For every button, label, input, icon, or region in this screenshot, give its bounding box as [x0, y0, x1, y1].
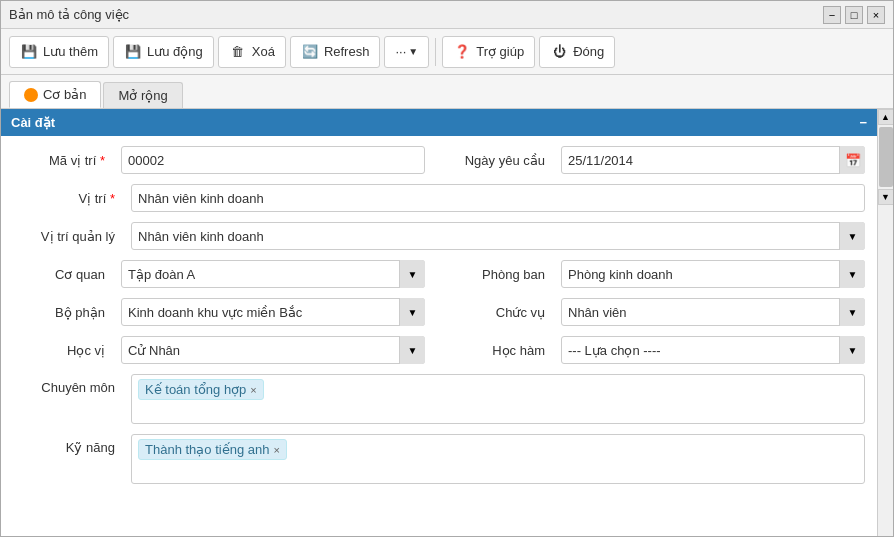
ky-nang-label: Kỹ năng [13, 434, 123, 455]
power-icon: ⏻ [550, 43, 568, 61]
half-hoc-ham: Học hàm --- Lựa chọn ---- ▼ [453, 336, 865, 364]
form-body: Mã vị trí * Ngày yêu cầu 📅 [1, 136, 877, 504]
refresh-icon: 🔄 [301, 43, 319, 61]
refresh-button[interactable]: 🔄 Refresh [290, 36, 381, 68]
chuc-vu-wrapper: Nhân viên ▼ [561, 298, 865, 326]
required-marker2: * [110, 191, 115, 206]
vi-tri-label: Vị trí * [13, 191, 123, 206]
scrollbar: ▲ ▼ [877, 109, 893, 536]
more-dropdown-arrow: ▼ [408, 46, 418, 57]
chuyen-mon-label: Chuyên môn [13, 374, 123, 395]
tag-tieng-anh: Thành thạo tiếng anh × [138, 439, 287, 460]
hoc-ham-wrapper: --- Lựa chọn ---- ▼ [561, 336, 865, 364]
tag-ke-toan-label: Kế toán tổng hợp [145, 382, 246, 397]
half-ma-vi-tri: Mã vị trí * [13, 146, 425, 174]
tag-tieng-anh-label: Thành thạo tiếng anh [145, 442, 269, 457]
help-icon: ❓ [453, 43, 471, 61]
delete-icon: 🗑 [229, 43, 247, 61]
row-hoc-vi: Học vị Cử Nhân ▼ Học hàm [13, 336, 865, 364]
row-vi-tri-quan-ly: Vị trí quản lý Nhân viên kinh doanh ▼ [13, 222, 865, 250]
ma-vi-tri-input[interactable] [121, 146, 425, 174]
half-bo-phan: Bộ phận Kinh doanh khu vực miền Bắc ▼ [13, 298, 425, 326]
row-bo-phan: Bộ phận Kinh doanh khu vực miền Bắc ▼ Ch… [13, 298, 865, 326]
chuc-vu-select[interactable]: Nhân viên [561, 298, 865, 326]
toolbar: 💾 Lưu thêm 💾 Lưu động 🗑 Xoá 🔄 Refresh ··… [1, 29, 893, 75]
bo-phan-wrapper: Kinh doanh khu vực miền Bắc ▼ [121, 298, 425, 326]
hoc-ham-select[interactable]: --- Lựa chọn ---- [561, 336, 865, 364]
help-button[interactable]: ❓ Trợ giúp [442, 36, 535, 68]
tabs: Cơ bản Mở rộng [1, 75, 893, 109]
co-quan-label: Cơ quan [13, 267, 113, 282]
save-add-button[interactable]: 💾 Lưu thêm [9, 36, 109, 68]
window-controls: − □ × [823, 6, 885, 24]
hoc-vi-wrapper: Cử Nhân ▼ [121, 336, 425, 364]
phong-ban-select[interactable]: Phòng kinh doanh [561, 260, 865, 288]
phong-ban-label: Phòng ban [453, 267, 553, 282]
content-area: Cài đặt − Mã vị trí * N [1, 109, 893, 536]
half-ngay-yeu-cau: Ngày yêu cầu 📅 [453, 146, 865, 174]
half-co-quan: Cơ quan Tập đoàn A ▼ [13, 260, 425, 288]
scroll-up-button[interactable]: ▲ [878, 109, 894, 125]
close-button[interactable]: × [867, 6, 885, 24]
save-add-icon: 💾 [20, 43, 38, 61]
more-button[interactable]: ··· ▼ [384, 36, 429, 68]
hoc-ham-label: Học hàm [453, 343, 553, 358]
half-hoc-vi: Học vị Cử Nhân ▼ [13, 336, 425, 364]
tag-tieng-anh-close[interactable]: × [273, 444, 279, 456]
ngay-yeu-cau-wrapper: 📅 [561, 146, 865, 174]
half-chuc-vu: Chức vụ Nhân viên ▼ [453, 298, 865, 326]
ngay-yeu-cau-label: Ngày yêu cầu [453, 153, 553, 168]
ky-nang-tag-area[interactable]: Thành thạo tiếng anh × [131, 434, 865, 484]
tag-ke-toan-close[interactable]: × [250, 384, 256, 396]
vi-tri-quan-ly-select[interactable]: Nhân viên kinh doanh [131, 222, 865, 250]
minimize-button[interactable]: − [823, 6, 841, 24]
co-quan-select[interactable]: Tập đoàn A [121, 260, 425, 288]
title-bar: Bản mô tả công việc − □ × [1, 1, 893, 29]
tab-expand[interactable]: Mở rộng [103, 82, 182, 108]
row-ma-vi-tri: Mã vị trí * Ngày yêu cầu 📅 [13, 146, 865, 174]
phong-ban-wrapper: Phòng kinh doanh ▼ [561, 260, 865, 288]
save-button[interactable]: 💾 Lưu động [113, 36, 214, 68]
restore-button[interactable]: □ [845, 6, 863, 24]
bo-phan-label: Bộ phận [13, 305, 113, 320]
bo-phan-select[interactable]: Kinh doanh khu vực miền Bắc [121, 298, 425, 326]
chuyen-mon-tag-area[interactable]: Kế toán tổng hợp × [131, 374, 865, 424]
vi-tri-quan-ly-wrapper: Nhân viên kinh doanh ▼ [131, 222, 865, 250]
window-title: Bản mô tả công việc [9, 7, 129, 22]
tag-ke-toan: Kế toán tổng hợp × [138, 379, 264, 400]
co-quan-wrapper: Tập đoàn A ▼ [121, 260, 425, 288]
vi-tri-quan-ly-label: Vị trí quản lý [13, 229, 123, 244]
half-phong-ban: Phòng ban Phòng kinh doanh ▼ [453, 260, 865, 288]
ngay-yeu-cau-input[interactable] [561, 146, 865, 174]
collapse-icon[interactable]: − [859, 115, 867, 130]
row-chuyen-mon: Chuyên môn Kế toán tổng hợp × [13, 374, 865, 424]
row-co-quan: Cơ quan Tập đoàn A ▼ Phòng ban [13, 260, 865, 288]
ma-vi-tri-label: Mã vị trí * [13, 153, 113, 168]
tab-dot [24, 88, 38, 102]
row-ky-nang: Kỹ năng Thành thạo tiếng anh × [13, 434, 865, 484]
chuc-vu-label: Chức vụ [453, 305, 553, 320]
save-icon: 💾 [124, 43, 142, 61]
section-header: Cài đặt − [1, 109, 877, 136]
toolbar-divider [435, 38, 436, 66]
hoc-vi-label: Học vị [13, 343, 113, 358]
hoc-vi-select[interactable]: Cử Nhân [121, 336, 425, 364]
row-vi-tri: Vị trí * [13, 184, 865, 212]
calendar-icon[interactable]: 📅 [839, 146, 865, 174]
tab-basic[interactable]: Cơ bản [9, 81, 101, 108]
required-marker: * [100, 153, 105, 168]
delete-button[interactable]: 🗑 Xoá [218, 36, 286, 68]
vi-tri-input[interactable] [131, 184, 865, 212]
section-title: Cài đặt [11, 115, 55, 130]
scroll-down-button[interactable]: ▼ [878, 189, 894, 205]
main-content: Cài đặt − Mã vị trí * N [1, 109, 877, 536]
close-form-button[interactable]: ⏻ Đóng [539, 36, 615, 68]
scroll-thumb[interactable] [879, 127, 893, 187]
